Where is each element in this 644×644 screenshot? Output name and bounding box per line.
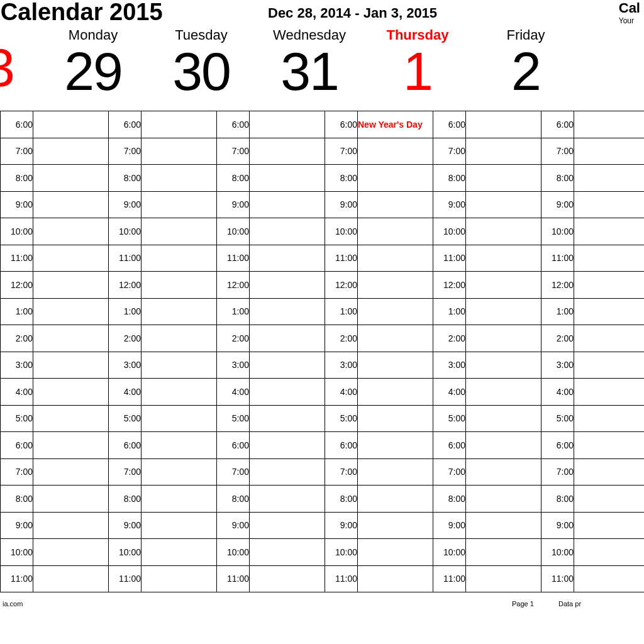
event-cell[interactable] — [250, 298, 325, 325]
event-cell[interactable] — [358, 352, 433, 379]
event-cell[interactable] — [574, 191, 645, 218]
event-cell[interactable] — [250, 138, 325, 165]
event-cell[interactable] — [574, 298, 645, 325]
event-cell[interactable] — [466, 458, 541, 486]
event-cell[interactable] — [466, 486, 541, 513]
event-cell[interactable] — [142, 405, 217, 432]
event-cell[interactable] — [33, 486, 109, 513]
event-cell[interactable] — [466, 272, 541, 299]
event-cell[interactable] — [33, 539, 109, 566]
event-cell[interactable] — [33, 245, 109, 272]
event-cell[interactable] — [250, 565, 325, 592]
event-cell[interactable] — [142, 245, 217, 272]
event-cell[interactable] — [466, 245, 541, 272]
event-cell[interactable] — [142, 325, 217, 352]
event-cell[interactable] — [33, 458, 109, 486]
event-cell[interactable] — [33, 379, 109, 406]
event-cell[interactable] — [142, 458, 217, 486]
event-cell[interactable] — [33, 352, 109, 379]
event-cell[interactable] — [574, 405, 645, 432]
event-cell[interactable] — [142, 486, 217, 513]
event-cell[interactable] — [33, 138, 109, 165]
event-cell[interactable] — [33, 565, 109, 592]
event-cell[interactable] — [358, 191, 433, 218]
event-cell[interactable] — [574, 458, 645, 486]
event-cell[interactable] — [142, 512, 217, 539]
event-cell[interactable] — [358, 565, 433, 592]
event-cell[interactable] — [33, 165, 109, 192]
event-cell[interactable] — [33, 191, 109, 218]
event-cell[interactable] — [250, 486, 325, 513]
event-cell[interactable] — [33, 111, 109, 138]
event-cell[interactable] — [142, 111, 217, 138]
event-cell[interactable] — [466, 111, 541, 138]
event-cell[interactable] — [574, 111, 645, 138]
event-cell[interactable] — [574, 565, 645, 592]
event-cell[interactable] — [250, 352, 325, 379]
event-cell[interactable] — [358, 379, 433, 406]
event-cell[interactable] — [466, 298, 541, 325]
event-cell[interactable] — [574, 245, 645, 272]
event-cell[interactable] — [250, 379, 325, 406]
event-cell[interactable] — [574, 352, 645, 379]
event-cell[interactable] — [358, 458, 433, 486]
event-cell[interactable] — [142, 379, 217, 406]
event-cell[interactable] — [142, 298, 217, 325]
event-cell[interactable] — [250, 405, 325, 432]
event-cell[interactable] — [142, 138, 217, 165]
event-cell[interactable] — [250, 432, 325, 459]
event-cell[interactable] — [574, 512, 645, 539]
event-cell[interactable] — [466, 325, 541, 352]
event-cell[interactable] — [142, 432, 217, 459]
event-cell[interactable]: New Year's Day — [358, 111, 433, 138]
event-cell[interactable] — [358, 539, 433, 566]
event-cell[interactable] — [358, 165, 433, 192]
event-cell[interactable] — [574, 272, 645, 299]
event-cell[interactable] — [466, 539, 541, 566]
event-cell[interactable] — [250, 191, 325, 218]
event-cell[interactable] — [358, 486, 433, 513]
event-cell[interactable] — [574, 165, 645, 192]
event-cell[interactable] — [574, 218, 645, 245]
event-cell[interactable] — [250, 458, 325, 486]
event-cell[interactable] — [250, 218, 325, 245]
event-cell[interactable] — [33, 218, 109, 245]
event-cell[interactable] — [33, 512, 109, 539]
event-cell[interactable] — [466, 165, 541, 192]
event-cell[interactable] — [574, 486, 645, 513]
event-cell[interactable] — [358, 405, 433, 432]
event-cell[interactable] — [574, 379, 645, 406]
event-cell[interactable] — [250, 245, 325, 272]
event-cell[interactable] — [250, 165, 325, 192]
event-cell[interactable] — [33, 432, 109, 459]
event-cell[interactable] — [33, 325, 109, 352]
event-cell[interactable] — [358, 298, 433, 325]
event-cell[interactable] — [466, 138, 541, 165]
event-cell[interactable] — [142, 352, 217, 379]
event-cell[interactable] — [466, 432, 541, 459]
event-cell[interactable] — [466, 218, 541, 245]
event-cell[interactable] — [358, 512, 433, 539]
event-cell[interactable] — [466, 512, 541, 539]
event-cell[interactable] — [33, 272, 109, 299]
event-cell[interactable] — [250, 272, 325, 299]
event-cell[interactable] — [142, 191, 217, 218]
event-cell[interactable] — [250, 111, 325, 138]
event-cell[interactable] — [466, 379, 541, 406]
event-cell[interactable] — [250, 512, 325, 539]
event-cell[interactable] — [142, 565, 217, 592]
event-cell[interactable] — [142, 165, 217, 192]
event-cell[interactable] — [142, 539, 217, 566]
event-cell[interactable] — [358, 218, 433, 245]
event-cell[interactable] — [358, 432, 433, 459]
event-cell[interactable] — [574, 432, 645, 459]
event-cell[interactable] — [142, 272, 217, 299]
event-cell[interactable] — [466, 405, 541, 432]
event-cell[interactable] — [574, 539, 645, 566]
event-cell[interactable] — [574, 138, 645, 165]
event-cell[interactable] — [358, 272, 433, 299]
event-cell[interactable] — [574, 325, 645, 352]
event-cell[interactable] — [358, 138, 433, 165]
event-cell[interactable] — [358, 325, 433, 352]
event-cell[interactable] — [250, 325, 325, 352]
